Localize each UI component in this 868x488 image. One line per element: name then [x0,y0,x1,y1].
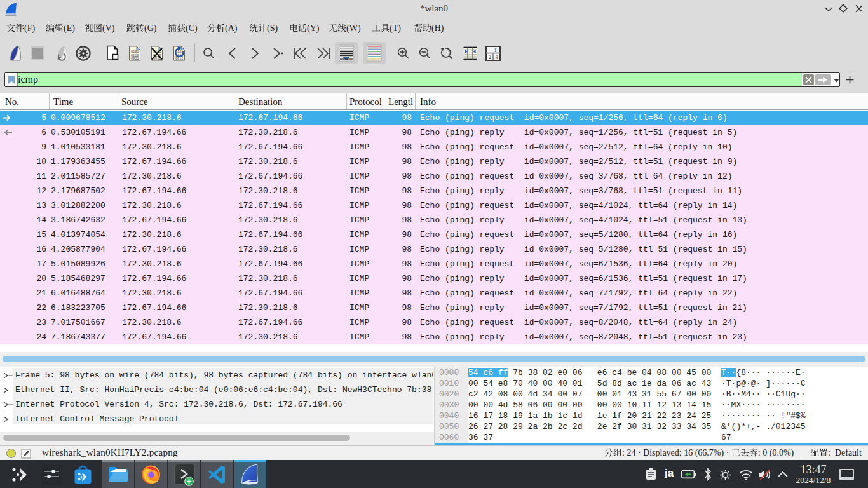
svg-text:3: 3 [496,54,499,60]
svg-text:1: 1 [494,47,498,53]
svg-text:2: 2 [489,54,492,60]
svg-text:0011: 0011 [131,57,139,61]
svg-text:0011: 0011 [175,57,183,61]
